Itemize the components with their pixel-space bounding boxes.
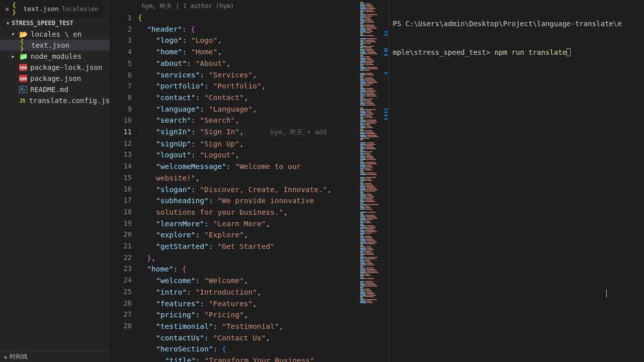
tree-label: package.json	[30, 74, 81, 82]
tab-filename: text.json	[23, 5, 58, 13]
npm-icon: npm	[19, 64, 27, 71]
npm-icon: npm	[19, 75, 27, 82]
tree-folder-locales-en[interactable]: 📂 locales \ en	[0, 29, 110, 40]
markdown-icon: M↓	[19, 86, 27, 93]
tree-label: node_modules	[31, 52, 82, 60]
close-icon[interactable]: ×	[5, 5, 9, 13]
tree-label: locales \ en	[31, 30, 82, 38]
chevron-down-icon	[10, 31, 16, 38]
timeline-panel[interactable]: 时间线	[0, 351, 110, 362]
tree-file-text-json[interactable]: { } text.json	[0, 40, 110, 51]
project-header[interactable]: STRESS_SPEED_TEST	[0, 18, 110, 29]
tree-file-readme[interactable]: M↓ README.md	[0, 84, 110, 95]
tree-file-package-lock[interactable]: npm package-lock.json	[0, 62, 110, 73]
caret	[606, 290, 607, 298]
tree-label: translate.config.js	[29, 97, 110, 105]
js-icon: JS	[19, 97, 26, 104]
editor: hym, 昨天 | 1 author (hym) 123456789101112…	[110, 0, 357, 362]
gutter: 1234567891011121314151617181920212223242…	[110, 12, 138, 362]
tree-label: package-lock.json	[30, 63, 102, 71]
codelens-blame[interactable]: hym, 昨天 | 1 author (hym)	[110, 0, 357, 12]
terminal-command: npm run translate	[495, 48, 567, 56]
json-icon: { }	[20, 41, 28, 49]
code-content[interactable]: {"header": {"logo": "Logo","home": "Home…	[138, 12, 357, 362]
tab-bar: × { } text.json locales\en	[0, 0, 110, 18]
tree-label: text.json	[31, 41, 69, 49]
cursor-block	[567, 48, 571, 56]
chevron-down-icon	[6, 20, 10, 27]
tree-file-translate-config[interactable]: JS translate.config.js	[0, 95, 110, 106]
file-tree: 📂 locales \ en { } text.json 📁 node_modu…	[0, 29, 110, 106]
overview-ruler[interactable]	[381, 0, 388, 362]
folder-icon: 📁	[19, 52, 28, 60]
project-name: STRESS_SPEED_TEST	[12, 20, 73, 27]
terminal-line: PS C:\Users\admin\Desktop\Project\langua…	[393, 20, 622, 28]
json-icon: { }	[12, 5, 20, 13]
sidebar: × { } text.json locales\en STRESS_SPEED_…	[0, 0, 110, 362]
tree-label: README.md	[30, 85, 68, 94]
tree-file-package[interactable]: npm package.json	[0, 73, 110, 84]
chevron-right-icon	[10, 53, 16, 60]
tab-breadcrumb: locales\en	[62, 6, 98, 13]
editor-tab[interactable]: × { } text.json locales\en	[0, 0, 103, 18]
terminal[interactable]: PS C:\Users\admin\Desktop\Project\langua…	[388, 0, 645, 362]
chevron-right-icon	[4, 353, 8, 360]
timeline-label: 时间线	[10, 352, 28, 361]
minimap[interactable]	[357, 0, 381, 362]
tree-folder-node-modules[interactable]: 📁 node_modules	[0, 51, 110, 62]
folder-icon: 📂	[19, 30, 28, 38]
